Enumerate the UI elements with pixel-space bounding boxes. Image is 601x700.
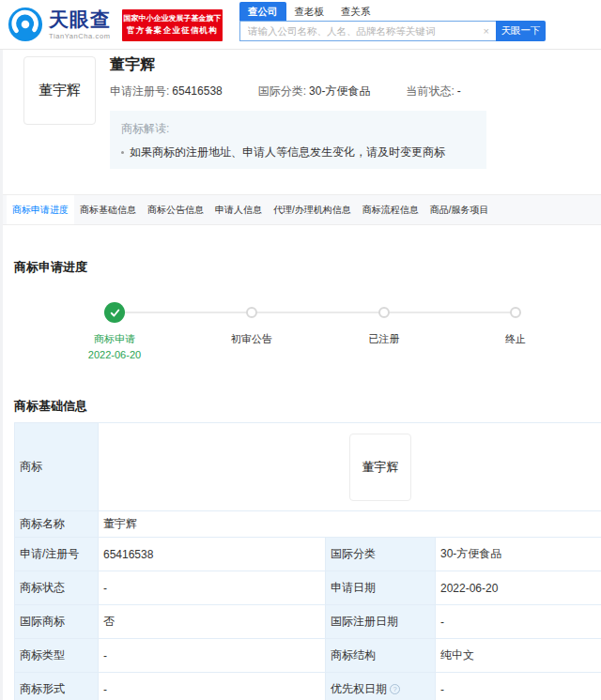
page-title: 董宇辉: [110, 55, 155, 75]
stepper-connector: [115, 312, 516, 313]
tab-applicant-info[interactable]: 申请人信息: [209, 195, 268, 224]
row-label: 商标: [15, 423, 99, 511]
tab-application-progress[interactable]: 商标申请进度: [7, 195, 74, 224]
step-date: 2022-06-20: [58, 349, 171, 360]
row-label: 优先权日期?: [326, 673, 436, 700]
table-row: 商标状态 - 申请日期 2022-06-20: [15, 571, 601, 605]
row-label: 商标名称: [15, 511, 99, 538]
brand-name: 天眼查: [49, 8, 111, 31]
row-label: 商标形式: [15, 673, 99, 700]
brand-block[interactable]: 天眼查 TianYanCha.com: [49, 8, 111, 40]
row-value: 65416538: [99, 538, 326, 571]
search-tab-company[interactable]: 查公司: [239, 2, 286, 21]
brand-domain: TianYanCha.com: [49, 32, 111, 40]
field-label: 申请注册号:: [110, 84, 169, 98]
row-label: 国际商标: [15, 605, 99, 639]
row-value: -: [99, 571, 326, 605]
table-row: 商标名称 董宇辉: [15, 511, 601, 538]
badge-line1: 国家中小企业发展子基金旗下: [122, 12, 223, 24]
tab-process-info[interactable]: 商标流程信息: [357, 195, 424, 224]
row-value: 纯中文: [436, 639, 601, 673]
badge-line2: 官方备案企业征信机构: [122, 24, 223, 37]
step-label-preliminary: 初审公告: [195, 332, 308, 346]
basic-info-section-title: 商标基础信息: [3, 379, 601, 415]
search-tab-boss[interactable]: 查老板: [286, 2, 333, 21]
certification-badge: 国家中小企业发展子基金旗下 官方备案企业征信机构: [122, 9, 223, 41]
progress-stepper: 商标申请 2022-06-20 初审公告 已注册 终止: [3, 276, 601, 379]
step-circle-icon: [510, 307, 521, 318]
row-label-text: 优先权日期: [331, 682, 387, 695]
row-label: 商标结构: [326, 639, 436, 673]
search-button[interactable]: 天眼一下: [496, 21, 546, 41]
row-value: 董宇辉: [99, 511, 601, 538]
row-value: -: [436, 605, 601, 639]
step-label-application: 商标申请: [58, 332, 171, 346]
step-circle-icon: [246, 307, 257, 318]
field-label: 国际分类:: [258, 84, 306, 98]
row-label: 申请/注册号: [15, 538, 99, 571]
row-value: -: [99, 673, 326, 700]
step-label-terminated: 终止: [459, 332, 572, 346]
bullet-icon: [121, 151, 124, 154]
row-value: 否: [99, 605, 326, 639]
table-row: 商标形式 - 优先权日期? -: [15, 673, 601, 700]
tab-basic-info[interactable]: 商标基础信息: [74, 195, 142, 224]
search-tabs: 查公司 查老板 查关系: [239, 2, 549, 21]
search-area: 查公司 查老板 查关系 × 天眼一下: [239, 2, 549, 41]
field-value: -: [457, 84, 461, 98]
trademark-note-box: 商标解读: 如果商标的注册地址、申请人等信息发生变化，请及时变更商标: [110, 111, 486, 169]
search-input[interactable]: [239, 21, 496, 41]
section-tabbar: 商标申请进度 商标基础信息 商标公告信息 申请人信息 代理/办理机构信息 商标流…: [3, 194, 601, 225]
table-row: 商标类型 - 商标结构 纯中文: [15, 639, 601, 673]
note-title: 商标解读:: [121, 121, 475, 137]
table-row: 申请/注册号 65416538 国际分类 30-方便食品: [15, 538, 601, 571]
tianyancha-logo-icon[interactable]: [8, 7, 43, 42]
basic-info-table: 商标 董宇辉 商标名称 董宇辉 申请/注册号 65416538 国际分类 30-…: [14, 422, 601, 700]
row-value: -: [99, 639, 326, 673]
clear-icon[interactable]: ×: [484, 24, 489, 38]
note-item: 如果商标的注册地址、申请人等信息发生变化，请及时变更商标: [121, 145, 475, 160]
table-row: 国际商标 否 国际注册日期 -: [15, 605, 601, 639]
field-value: 65416538: [172, 84, 222, 98]
step-done-icon: [104, 302, 125, 323]
note-text: 如果商标的注册地址、申请人等信息发生变化，请及时变更商标: [130, 145, 445, 160]
step-label-registered: 已注册: [328, 332, 440, 346]
row-value: 30-方便食品: [436, 538, 601, 571]
trademark-summary: 董宇辉 董宇辉 申请注册号:65416538 国际分类:30-方便食品 当前状态…: [3, 50, 601, 194]
summary-fields: 申请注册号:65416538 国际分类:30-方便食品 当前状态:-: [110, 84, 461, 99]
summary-field-class: 国际分类:30-方便食品: [258, 84, 371, 99]
summary-field-regno: 申请注册号:65416538: [110, 84, 223, 99]
row-label: 商标类型: [15, 639, 99, 673]
row-label: 国际注册日期: [326, 605, 436, 639]
content-card: 董宇辉 董宇辉 申请注册号:65416538 国际分类:30-方便食品 当前状态…: [3, 50, 601, 700]
progress-section-title: 商标申请进度: [3, 225, 601, 276]
tab-agency-info[interactable]: 代理/办理机构信息: [268, 195, 357, 224]
row-value: 2022-06-20: [436, 571, 601, 605]
tab-announcement-info[interactable]: 商标公告信息: [142, 195, 209, 224]
row-label: 商标状态: [15, 571, 99, 605]
trademark-image: 董宇辉: [349, 434, 411, 501]
field-value: 30-方便食品: [309, 84, 370, 98]
trademark-image: 董宇辉: [23, 56, 96, 125]
row-label: 国际分类: [326, 538, 436, 571]
check-icon: [109, 307, 121, 319]
trademark-image-cell: 董宇辉: [99, 423, 601, 511]
site-header: 天眼查 TianYanCha.com 国家中小企业发展子基金旗下 官方备案企业征…: [0, 0, 601, 50]
page-background: 董宇辉 董宇辉 申请注册号:65416538 国际分类:30-方便食品 当前状态…: [0, 50, 601, 700]
row-value: -: [436, 673, 601, 700]
help-icon[interactable]: ?: [390, 684, 400, 694]
tab-goods-services[interactable]: 商品/服务项目: [424, 195, 495, 224]
summary-field-status: 当前状态:-: [406, 84, 460, 99]
row-label: 申请日期: [326, 571, 436, 605]
field-label: 当前状态:: [406, 84, 454, 98]
step-circle-icon: [378, 307, 390, 318]
search-tab-relation[interactable]: 查关系: [332, 2, 379, 21]
table-row: 商标 董宇辉: [15, 423, 601, 511]
